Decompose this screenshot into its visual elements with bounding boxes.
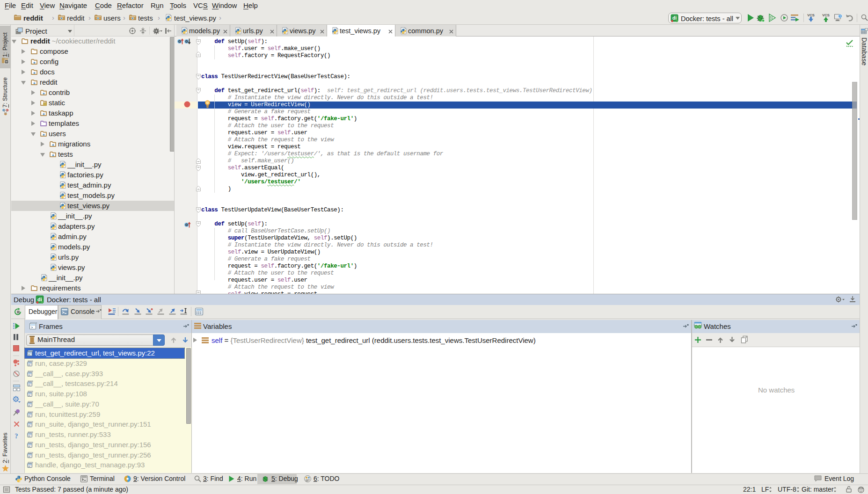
- svg-text:VCS: VCS: [822, 13, 829, 17]
- svg-text:di: di: [37, 297, 42, 302]
- svg-text:VCS: VCS: [807, 13, 814, 17]
- svg-text:di: di: [672, 15, 677, 21]
- svg-text:?: ?: [15, 433, 18, 440]
